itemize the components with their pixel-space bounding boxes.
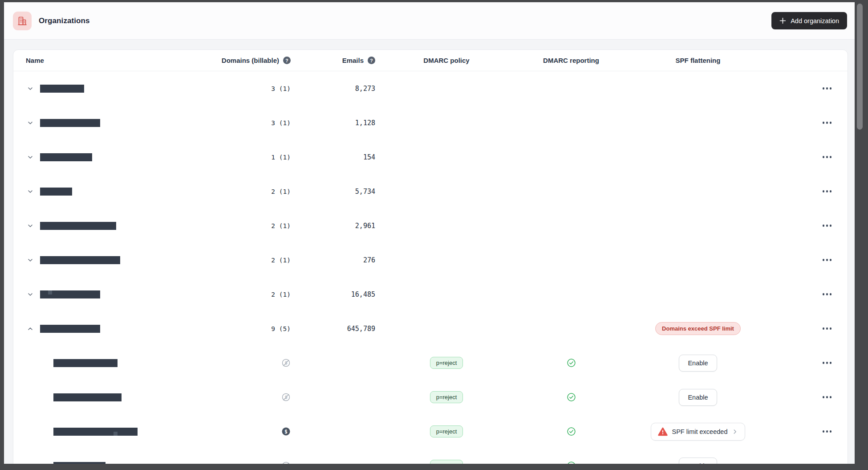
redacted-name <box>40 222 116 230</box>
column-header-dmarc-reporting: DMARC reporting <box>518 57 625 64</box>
organization-row[interactable]: 2 (1)2,961 <box>13 208 848 243</box>
spf-flattening-cell: SPF limit exceeded <box>625 423 771 441</box>
redacted-name <box>53 359 118 367</box>
spf-flattening-cell: Enable <box>625 458 771 464</box>
domains-exceed-spf-badge: Domains exceed SPF limit <box>655 322 741 335</box>
dmarc-reporting-ok-icon <box>567 461 576 464</box>
domains-count: 2 (1) <box>217 188 291 195</box>
add-organization-button[interactable]: Add organization <box>771 12 847 29</box>
chevron-down-icon <box>27 291 34 298</box>
top-bar: Organizations Add organization <box>4 2 855 40</box>
name-cell <box>26 221 217 230</box>
emails-count: 16,485 <box>291 290 375 298</box>
domains-count: 3 (1) <box>217 85 291 92</box>
row-actions-cell <box>771 359 835 367</box>
row-menu-button[interactable] <box>822 290 833 298</box>
domain-row[interactable]: $p=rejectEnable <box>13 380 848 414</box>
name-cell <box>26 290 217 299</box>
name-cell <box>26 462 217 464</box>
non-billable-icon: $ <box>281 392 291 402</box>
redacted-name <box>53 393 122 401</box>
chevron-down-icon <box>27 119 34 127</box>
organization-row[interactable]: 3 (1)1,128 <box>13 106 848 140</box>
redacted-name <box>40 85 84 93</box>
row-menu-button[interactable] <box>822 119 833 127</box>
chevron-right-icon <box>732 429 738 435</box>
organizations-table-card: Name Domains (billable) ? Emails ? DMARC… <box>13 49 848 464</box>
domain-row[interactable]: $p=rejectEnable <box>13 346 848 380</box>
dmarc-policy-badge: p=reject <box>430 391 463 403</box>
domains-count: 2 (1) <box>217 257 291 264</box>
emails-count: 276 <box>291 256 375 264</box>
plus-icon <box>779 17 786 24</box>
expand-row-button[interactable] <box>26 119 35 127</box>
dmarc-policy-badge: p=reject <box>430 357 463 369</box>
svg-text:$: $ <box>284 429 288 435</box>
spf-enable-button[interactable]: Enable <box>679 389 717 406</box>
non-billable-icon: $ <box>281 461 291 464</box>
expand-row-button[interactable] <box>26 290 35 299</box>
redacted-name <box>40 119 100 127</box>
row-menu-button[interactable] <box>822 325 833 332</box>
svg-text:$: $ <box>284 463 288 464</box>
row-actions-cell <box>771 462 835 464</box>
spf-flattening-cell: Enable <box>625 389 771 406</box>
domain-row[interactable]: $p=rejectSPF limit exceeded <box>13 414 848 449</box>
chevron-down-icon <box>27 188 34 195</box>
expand-row-button[interactable] <box>26 153 35 162</box>
row-actions-cell <box>771 153 835 161</box>
domains-help-icon[interactable]: ? <box>283 57 291 64</box>
row-menu-button[interactable] <box>822 85 833 92</box>
expand-row-button[interactable] <box>26 221 35 230</box>
organization-row[interactable]: 2 (1)16,485 <box>13 277 848 311</box>
domains-count: 2 (1) <box>217 291 291 298</box>
redacted-name <box>40 325 100 333</box>
dmarc-policy-cell: p=reject <box>375 460 518 464</box>
row-menu-button[interactable] <box>822 359 833 367</box>
row-menu-button[interactable] <box>822 153 833 161</box>
organization-row[interactable]: 9 (5)645,789Domains exceed SPF limit <box>13 311 848 346</box>
chevron-down-icon <box>27 85 34 92</box>
organization-row[interactable]: 1 (1)154 <box>13 140 848 174</box>
billable-icon: $ <box>281 427 291 436</box>
row-menu-button[interactable] <box>822 393 833 401</box>
domain-billing-cell: $ <box>217 392 291 402</box>
row-menu-button[interactable] <box>822 428 833 435</box>
emails-help-icon[interactable]: ? <box>368 57 375 64</box>
row-actions-cell <box>771 325 835 332</box>
dmarc-reporting-cell <box>518 392 625 402</box>
domains-count: 2 (1) <box>217 222 291 229</box>
organization-row[interactable]: 2 (1)5,734 <box>13 174 848 208</box>
expand-row-button[interactable] <box>26 84 35 93</box>
organization-row[interactable]: 2 (1)276 <box>13 243 848 277</box>
emails-count: 8,273 <box>291 85 375 93</box>
collapse-row-button[interactable] <box>26 324 35 333</box>
redacted-name <box>40 153 92 161</box>
expand-row-button[interactable] <box>26 256 35 265</box>
dmarc-policy-badge: p=reject <box>430 460 463 464</box>
column-header-dmarc-policy: DMARC policy <box>375 57 518 64</box>
spf-enable-button[interactable]: Enable <box>679 355 717 372</box>
redacted-name <box>53 462 105 464</box>
spf-flattening-cell: Enable <box>625 355 771 372</box>
dmarc-policy-cell: p=reject <box>375 357 518 369</box>
row-menu-button[interactable] <box>822 188 833 195</box>
emails-count: 645,789 <box>291 325 375 333</box>
non-billable-icon: $ <box>281 358 291 368</box>
dmarc-policy-cell: p=reject <box>375 391 518 403</box>
name-cell <box>26 393 217 401</box>
expand-row-button[interactable] <box>26 187 35 196</box>
row-menu-button[interactable] <box>822 462 833 464</box>
name-cell <box>26 324 217 333</box>
domain-row[interactable]: $p=rejectEnable <box>13 449 848 464</box>
spf-enable-button[interactable]: Enable <box>679 458 717 464</box>
name-cell <box>26 359 217 367</box>
vertical-scrollbar-thumb[interactable] <box>857 4 863 130</box>
organizations-icon-badge <box>13 12 32 30</box>
spf-limit-exceeded-button[interactable]: SPF limit exceeded <box>651 423 746 441</box>
page-body: Name Domains (billable) ? Emails ? DMARC… <box>4 40 855 463</box>
row-menu-button[interactable] <box>822 256 833 264</box>
redacted-name <box>53 428 138 436</box>
row-menu-button[interactable] <box>822 222 833 229</box>
organization-row[interactable]: 3 (1)8,273 <box>13 71 848 106</box>
